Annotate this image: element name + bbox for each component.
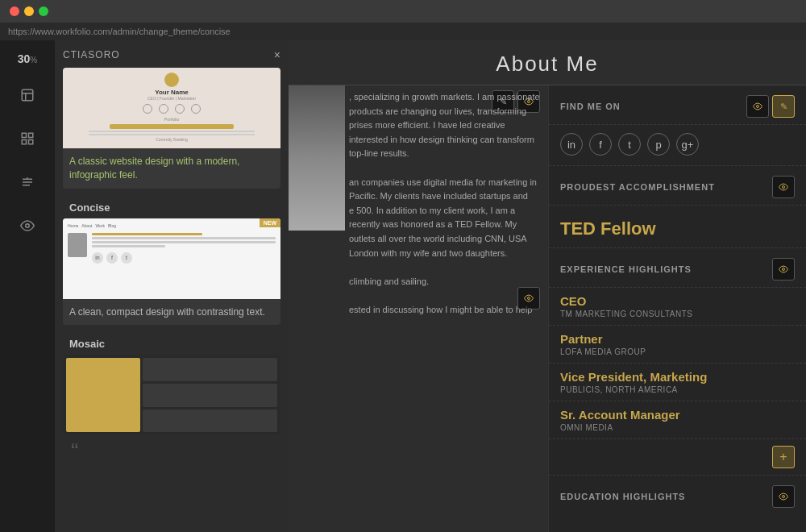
bio-eye-button-2[interactable]: [517, 287, 540, 310]
text-icon[interactable]: [13, 168, 42, 197]
social-icons-row: in f t p g+: [549, 125, 806, 166]
accomplishment-title: PROUDEST ACCOMPLISHMENT: [560, 182, 715, 192]
exp-title-partner: Partner: [560, 332, 795, 346]
percent-label: 30: [18, 52, 31, 65]
experience-item-partner: Partner LOFA MEDIA GROUP: [549, 326, 806, 364]
concise-accent-line: [92, 233, 202, 235]
main-layout: 30%: [0, 40, 806, 532]
mosaic-left: [66, 358, 140, 432]
grid-icon[interactable]: [13, 124, 42, 153]
linkedin-icon[interactable]: in: [560, 133, 583, 156]
concise-description: A clean, compact design with contrasting…: [63, 299, 280, 326]
experience-title: EXPERIENCE HIGHLIGHTS: [560, 264, 692, 274]
concise-preview: NEW Home About Work Blog: [63, 218, 280, 299]
classic-icon-4: [191, 104, 201, 114]
svg-point-11: [26, 224, 30, 228]
experience-header: EXPERIENCE HIGHLIGHTS: [549, 248, 806, 288]
exp-title-vp: Vice President, Marketing: [560, 370, 795, 384]
left-sidebar: 30%: [0, 40, 55, 532]
quote-icon: “: [71, 438, 289, 464]
close-panel-button[interactable]: ×: [274, 48, 280, 61]
exp-company-ceo: TM MARKETING CONSULTANTS: [560, 310, 795, 318]
close-window-button[interactable]: [10, 6, 19, 16]
page-title: About Me: [289, 52, 806, 77]
exp-company-vp: PUBLICIS, NORTH AMERICA: [560, 385, 795, 394]
education-header: EDUCATION HIGHLIGHTS: [549, 476, 806, 514]
maximize-window-button[interactable]: [39, 6, 48, 16]
find-me-on-buttons: ✎: [746, 95, 795, 118]
experience-item-ceo: CEO TM MARKETING CONSULTANTS: [549, 288, 806, 326]
pinterest-icon[interactable]: p: [647, 133, 670, 156]
find-me-on-edit-button[interactable]: ✎: [772, 95, 795, 118]
svg-rect-5: [22, 140, 26, 144]
accomplishment-section: TED Fellow: [549, 206, 806, 248]
classic-icon-3: [175, 104, 185, 114]
twitter-icon[interactable]: t: [618, 133, 641, 156]
theme-panel: Ctiasoro × Your Name CEO | Founder | Mar…: [55, 40, 289, 532]
theme-panel-title: Ctiasoro: [63, 49, 120, 60]
facebook-icon[interactable]: f: [589, 133, 612, 156]
bio-line-4: interested in how design thinking can tr…: [349, 133, 540, 148]
education-eye-button[interactable]: [772, 485, 795, 508]
classic-icon-1: [143, 104, 152, 114]
add-experience-button[interactable]: +: [772, 446, 795, 468]
bio-line-10: outlets all over the world including CNN…: [349, 232, 540, 247]
accomplishment-value: TED Fellow: [560, 218, 795, 239]
bio-line-11: London with my wife and two daughters.: [349, 247, 540, 261]
googleplus-icon[interactable]: g+: [676, 133, 699, 156]
bio-line-8: e 500. In addition to my client work, I …: [349, 204, 540, 218]
bio-line-7: Pacific. My clients have included startu…: [349, 189, 540, 204]
layers-icon[interactable]: [13, 81, 42, 110]
svg-point-17: [783, 496, 785, 498]
percent-symbol: %: [30, 56, 37, 64]
classic-text-2: [89, 134, 255, 135]
bio-line-13: ested in discussing how I might be able …: [349, 303, 540, 318]
classic-description: A classic website design with a modern, …: [63, 148, 280, 189]
classic-name: Your Name: [155, 89, 189, 96]
eye-sidebar-icon[interactable]: [13, 211, 42, 240]
exp-company-partner: LOFA MEDIA GROUP: [560, 347, 795, 356]
minimize-window-button[interactable]: [24, 6, 34, 16]
svg-point-13: [528, 297, 530, 300]
concise-avatar: [68, 233, 87, 257]
bio-line-9: recently was honored as a TED Fellow. My: [349, 218, 540, 232]
new-badge: NEW: [260, 218, 280, 227]
bio-line-3: prises more efficient. I have led creati…: [349, 118, 540, 133]
theme-card-mosaic[interactable]: [63, 355, 280, 435]
bio-line-5: top-line results.: [349, 147, 540, 161]
status-url: https://www.workfolio.com/admin/change_t…: [8, 27, 231, 36]
education-title: EDUCATION HIGHLIGHTS: [560, 492, 685, 501]
status-bar: https://www.workfolio.com/admin/change_t…: [0, 23, 806, 40]
mosaic-preview: [63, 355, 280, 435]
find-me-on-eye-button[interactable]: [746, 95, 769, 118]
accomplishment-eye-button[interactable]: [772, 176, 795, 198]
mosaic-label: Mosaic: [63, 335, 280, 355]
svg-rect-4: [29, 133, 33, 137]
experience-eye-button[interactable]: [772, 258, 795, 281]
find-me-on-header: FIND ME ON ✎: [549, 85, 806, 125]
classic-icon-2: [159, 104, 168, 114]
svg-point-14: [757, 106, 759, 108]
concise-nav: Home About Work Blog: [68, 223, 276, 228]
theme-card-classic[interactable]: Your Name CEO | Founder | Marketeer Port…: [63, 68, 280, 189]
experience-item-vp: Vice President, Marketing PUBLICIS, NORT…: [549, 364, 806, 401]
theme-panel-header: Ctiasoro ×: [63, 48, 280, 61]
concise-content: in f t: [68, 233, 276, 264]
theme-card-concise[interactable]: NEW Home About Work Blog: [63, 218, 280, 326]
content-inner: ✎ , specializing in growth markets. I am…: [289, 85, 806, 532]
experience-item-sr: Sr. Account Manager OMNI MEDIA: [549, 401, 806, 439]
bio-area: ✎ , specializing in growth markets. I am…: [289, 85, 548, 532]
exp-title-sr: Sr. Account Manager: [560, 408, 795, 422]
right-panel: FIND ME ON ✎ in f t: [548, 85, 806, 532]
classic-icons-row: [143, 104, 201, 114]
classic-portfolio-label: Portfolio: [164, 117, 179, 122]
bio-text: , specializing in growth markets. I am p…: [349, 85, 540, 318]
bio-line-1: , specializing in growth markets. I am p…: [349, 90, 540, 105]
classic-bottom: Currently Seeking: [156, 137, 188, 142]
bio-line-6: an companies use digital media for marke…: [349, 176, 540, 190]
accomplishment-header: PROUDEST ACCOMPLISHMENT: [549, 166, 806, 206]
content-area: About Me ✎: [289, 40, 806, 532]
classic-bar: [110, 124, 235, 129]
classic-text-1: [89, 131, 255, 132]
mosaic-right: [143, 358, 277, 432]
